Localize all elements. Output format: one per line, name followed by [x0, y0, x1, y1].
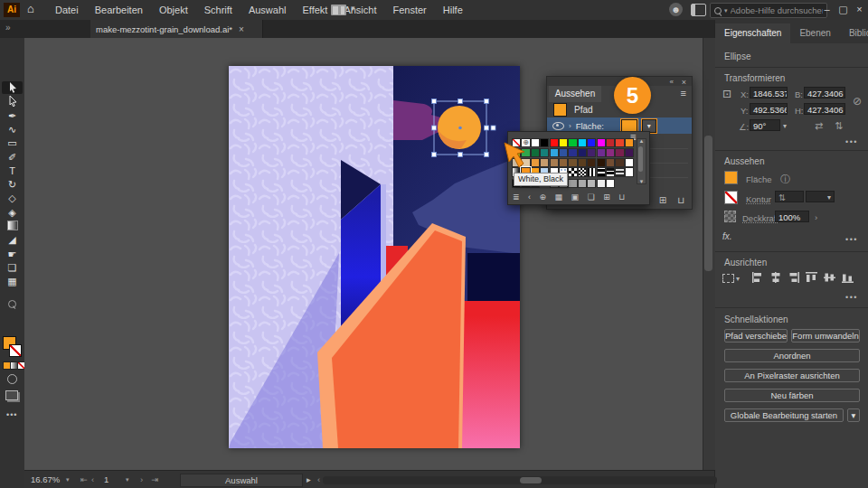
- status-display[interactable]: Auswahl: [180, 474, 303, 487]
- prev-artboard-icon[interactable]: ‹: [91, 471, 94, 488]
- stroke-color-swatch[interactable]: [9, 344, 22, 357]
- last-artboard-icon[interactable]: ⇥: [151, 471, 158, 488]
- horizontal-scroll-thumb[interactable]: [520, 477, 542, 483]
- swatch[interactable]: [578, 148, 587, 157]
- workspace-switcher-icon[interactable]: [331, 5, 346, 15]
- menu-fenster[interactable]: Fenster: [384, 0, 434, 20]
- menu-hilfe[interactable]: Hilfe: [435, 0, 471, 20]
- align-pixel-grid-button[interactable]: An Pixelraster ausrichten: [724, 369, 860, 382]
- swatch[interactable]: [550, 148, 559, 157]
- swatch-kinds-icon[interactable]: ▦: [555, 192, 563, 202]
- first-artboard-icon[interactable]: ⇤: [80, 471, 88, 488]
- scroll-up-icon[interactable]: ▲: [637, 138, 646, 144]
- scroll-down-icon[interactable]: ▼: [637, 179, 646, 184]
- opacity-label[interactable]: Deckkraft: [742, 213, 778, 223]
- swatch[interactable]: [568, 148, 577, 157]
- account-avatar[interactable]: ☻: [669, 3, 683, 16]
- swatch[interactable]: [597, 148, 606, 157]
- swatch-options-icon[interactable]: ▣: [571, 192, 580, 202]
- drawing-modes-icon[interactable]: [7, 374, 17, 384]
- swatch[interactable]: [597, 138, 606, 147]
- swatch[interactable]: [578, 179, 587, 188]
- more-options-icon[interactable]: •••: [845, 235, 858, 244]
- color-themes-icon[interactable]: ‹: [528, 192, 531, 202]
- flip-horizontal-icon[interactable]: ⇄: [815, 120, 823, 132]
- swatch[interactable]: [559, 138, 568, 147]
- swatch[interactable]: [540, 138, 549, 147]
- constrain-proportions-icon[interactable]: ⊘: [853, 95, 862, 108]
- artboard-tool[interactable]: ▦: [2, 275, 23, 287]
- status-back-icon[interactable]: ‹: [317, 471, 320, 488]
- stroke-weight-stepper[interactable]: ⇅: [775, 191, 804, 202]
- swatch[interactable]: [615, 148, 624, 157]
- swatch[interactable]: [625, 158, 634, 167]
- chevron-down-icon[interactable]: ▾: [66, 471, 70, 488]
- vertical-scroll-thumb[interactable]: [704, 136, 712, 271]
- swatch[interactable]: [587, 138, 596, 147]
- flip-vertical-icon[interactable]: ⇅: [835, 120, 843, 132]
- app-logo[interactable]: Ai: [4, 3, 20, 17]
- visibility-eye-icon[interactable]: [552, 122, 564, 130]
- swatch[interactable]: [550, 138, 559, 147]
- eraser-tool[interactable]: ◇: [2, 192, 23, 204]
- tab-bibliotheken[interactable]: Bibliotheken: [840, 23, 868, 43]
- swatch[interactable]: [615, 167, 624, 176]
- zoom-tool[interactable]: [2, 298, 23, 311]
- add-library-icon[interactable]: ⊕: [540, 192, 547, 202]
- new-color-group-icon[interactable]: ❏: [588, 192, 595, 202]
- fill-color-swatch[interactable]: [724, 171, 738, 184]
- stroke-color-swatch[interactable]: [724, 191, 738, 204]
- gradient-tool[interactable]: [2, 220, 23, 232]
- symbol-tool[interactable]: ❏: [2, 261, 23, 274]
- opacity-input[interactable]: 100%: [775, 211, 809, 222]
- y-input[interactable]: 492.5366: [750, 103, 788, 115]
- swatch[interactable]: [578, 158, 587, 167]
- swatch[interactable]: [606, 158, 615, 167]
- chevron-down-icon[interactable]: ▾: [736, 275, 740, 283]
- more-icon[interactable]: ›: [815, 212, 817, 222]
- swatch[interactable]: [531, 158, 540, 167]
- swatch[interactable]: [587, 158, 596, 167]
- menu-auswahl[interactable]: Auswahl: [241, 0, 295, 20]
- reference-point-icon[interactable]: ⊡: [722, 88, 731, 100]
- swatch[interactable]: [625, 138, 634, 147]
- swatch[interactable]: [540, 158, 549, 167]
- next-artboard-icon[interactable]: ›: [140, 471, 143, 488]
- delete-swatch-icon[interactable]: ⊔: [618, 192, 625, 202]
- chevron-down-icon[interactable]: ▾: [827, 193, 831, 202]
- more-options-icon[interactable]: •••: [845, 137, 858, 146]
- swatch[interactable]: [559, 158, 568, 167]
- new-swatch-icon[interactable]: ⊞: [603, 192, 610, 202]
- height-input[interactable]: 427.3406 px: [804, 103, 845, 115]
- swatch[interactable]: [587, 179, 596, 188]
- swatch[interactable]: [587, 148, 596, 157]
- swatch[interactable]: [531, 138, 540, 147]
- convert-shape-button[interactable]: Form umwandeln: [791, 329, 860, 343]
- chevron-down-icon[interactable]: ▾: [126, 471, 129, 488]
- maximize-button[interactable]: ▢: [835, 0, 851, 18]
- align-top-icon[interactable]: [806, 272, 818, 284]
- rectangle-tool[interactable]: ▭: [2, 136, 23, 149]
- align-center-h-icon[interactable]: [769, 272, 782, 284]
- navy-block[interactable]: [467, 253, 520, 301]
- recolor-button[interactable]: Neu färben: [724, 389, 860, 402]
- type-tool[interactable]: T: [2, 164, 23, 177]
- document-tab[interactable]: make-mezzotint-grain_download.ai* @ 16.6…: [90, 20, 263, 38]
- hand-tool[interactable]: ☛: [2, 248, 23, 260]
- swatch[interactable]: [597, 179, 606, 188]
- arrange-button[interactable]: Anordnen: [724, 349, 860, 362]
- expand-panel-icon[interactable]: »: [5, 23, 11, 33]
- offset-path-button[interactable]: Pfad verschieben: [724, 329, 788, 343]
- swatch[interactable]: [559, 148, 568, 157]
- curvature-tool[interactable]: ∿: [2, 123, 23, 136]
- swatch[interactable]: [606, 167, 615, 176]
- delete-item-icon[interactable]: ⊔: [677, 195, 684, 205]
- tab-eigenschaften[interactable]: Eigenschaften: [715, 23, 790, 43]
- x-input[interactable]: 1846.5378: [750, 87, 788, 99]
- swatch[interactable]: [568, 167, 577, 176]
- direct-selection-tool[interactable]: [2, 95, 23, 108]
- artboard-canvas[interactable]: [229, 66, 520, 448]
- close-button[interactable]: ×: [852, 0, 867, 18]
- global-edit-dropdown[interactable]: ▾: [847, 408, 860, 422]
- swatch[interactable]: [606, 148, 615, 157]
